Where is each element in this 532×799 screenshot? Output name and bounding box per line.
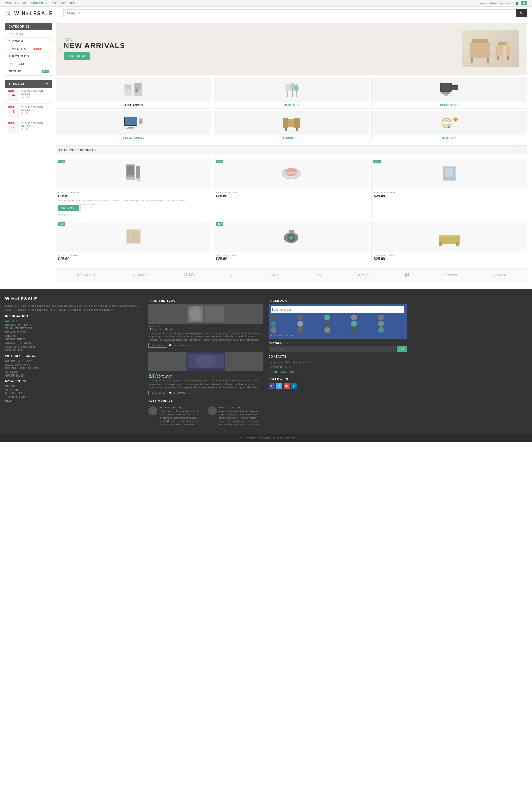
sale-tag: SALE (7, 90, 14, 92)
footer-link-track[interactable]: TRACK MY ORDER (5, 396, 143, 399)
add-to-cart-btn-1[interactable]: ADD TO CART (58, 205, 79, 211)
specials-prev[interactable]: — (42, 82, 46, 85)
brand-ck[interactable]: CK (317, 273, 322, 277)
brand-armani[interactable]: ▲ RMANI (132, 273, 149, 277)
footer-link-shipping[interactable]: SHIPPING & RETURNS (5, 360, 143, 362)
category-jewelry[interactable]: JEWELRY (372, 111, 527, 141)
footer-link-cart[interactable]: VIEW CART (5, 388, 143, 391)
currency-value[interactable]: USD (70, 2, 76, 5)
read-more-btn-1[interactable]: READ MORE (148, 343, 167, 348)
specials-next[interactable]: + (46, 82, 49, 85)
brand-dg[interactable]: D&G (184, 273, 194, 278)
footer-link-about[interactable]: ABOUT US (5, 320, 143, 323)
brand-m[interactable]: M (405, 272, 409, 278)
testimonials-section: TESTIMONIALS 👤 EIUSMOD TEMPOR Lorem ipsu… (148, 399, 263, 426)
footer-link-customer[interactable]: CUSTOMER SERVICE (5, 323, 143, 326)
googleplus-icon[interactable]: g+ (284, 383, 290, 389)
hero-next[interactable]: › (519, 23, 527, 75)
footer-link-sitemap[interactable]: SITE MAP (5, 335, 143, 337)
cart-button[interactable]: 0 (521, 1, 527, 5)
sidebar-item-appliances[interactable]: APPLIANCES › (5, 30, 52, 38)
electronics-image (56, 112, 211, 135)
sidebar-item-furniture[interactable]: FURNITURE › (5, 60, 52, 68)
footer-link-intl[interactable]: INTERNATIONAL SHIPPING (5, 367, 143, 370)
brand-chanel[interactable]: ⊕ CHANEL (76, 273, 96, 277)
wishlist-btn-1[interactable]: ♡ (80, 205, 87, 211)
hero-subtitle: IKEA (64, 37, 125, 42)
footer-link-secure[interactable]: SECURE SHOPPING (5, 363, 143, 366)
linkedin-icon[interactable]: in (291, 383, 298, 389)
special-old-price-1: $27.89 (21, 95, 50, 98)
category-furniture[interactable]: FURNITURE (214, 111, 369, 141)
copyright-text: © 2015 Magento Demo Store. All Rights Re… (236, 437, 296, 439)
brand-element[interactable]: ELEMENT (445, 274, 458, 277)
logo[interactable]: 🛒 W H●LESALE (5, 10, 53, 16)
footer-link-contact[interactable]: CONTACT US (5, 349, 143, 352)
sidebar-item-computers[interactable]: COMPUTERS SALE › (5, 45, 52, 53)
footer-desc: Lorem ipsum dolor sit amet corse ctatur … (5, 304, 143, 312)
product-info-4: EIUSMOD TEMPOR $25.89 (56, 252, 211, 263)
footer-link-orders[interactable]: ORDERS AND RETURNS (5, 345, 143, 348)
jewelry-label: JEWELRY (372, 135, 527, 141)
footer-link-group[interactable]: GROUP SALES (5, 374, 143, 377)
category-electronics[interactable]: ELECTRONICS (56, 111, 211, 141)
sidebar-item-clothing[interactable]: CLOTHING › (5, 38, 52, 45)
hero-prev[interactable]: ‹ (56, 23, 64, 75)
footer-link-template[interactable]: TEMPLATE SETTINGS (5, 327, 143, 330)
svg-point-74 (196, 355, 216, 368)
twitter-icon[interactable]: t (276, 383, 282, 389)
category-clothing[interactable]: CLOTHING (214, 78, 369, 109)
computers-label: COMPUTERS (372, 102, 527, 108)
sidebar-item-electronics[interactable]: ELECTRONICS › (5, 53, 52, 60)
sale-tag: SALE (7, 122, 14, 124)
newsletter-btn[interactable]: GO! (397, 346, 406, 352)
svg-rect-1 (472, 39, 488, 43)
sidebar-item-jewelry[interactable]: JEWELRY NEW (5, 68, 52, 75)
category-appliances[interactable]: APPLIANCES (56, 78, 211, 109)
testimonial-name-1: EIUSMOD TEMPOR (159, 406, 204, 409)
product-rating-1: ★ ★ ★ ★ ★ (56, 213, 211, 218)
jewelry-image (372, 112, 527, 135)
hero-button[interactable]: SHOP NOW! (64, 53, 90, 60)
facebook-icon[interactable]: f (269, 383, 275, 389)
testimonial-1: 👤 EIUSMOD TEMPOR Lorem ipsum dolor sit a… (148, 406, 204, 426)
featured-title: FEATURED PRODUCTS (59, 149, 96, 152)
footer-link-search[interactable]: SEARCH TERMS (5, 338, 143, 341)
search-button[interactable]: 🔍 (516, 9, 527, 17)
featured-prev-btn[interactable]: ‹ (512, 148, 517, 153)
category-computers[interactable]: COMPUTERS (372, 78, 527, 109)
compare-btn-1[interactable]: ✕ (88, 205, 95, 211)
footer-link-privacy[interactable]: PRIVACY POLICY (5, 331, 143, 334)
language-value[interactable]: ENGLISH (32, 2, 43, 5)
special-item-2: SALE 👢 EIUSMOD TEMPOR $25.89 $27.89 (5, 104, 52, 120)
footer-link-affiliates[interactable]: AFFILIATES (5, 370, 143, 374)
svg-rect-67 (456, 242, 459, 246)
svg-rect-27 (444, 94, 448, 96)
featured-next-btn[interactable]: › (518, 148, 524, 153)
search-input[interactable] (63, 9, 516, 17)
footer-link-advanced[interactable]: ADVANCED SEARCH (5, 342, 143, 345)
user-icon[interactable]: 👤 (515, 2, 518, 5)
brand-gucci[interactable]: GUCCI (357, 273, 369, 277)
appliances-label: APPLIANCES (56, 102, 211, 108)
read-more-btn-2[interactable]: READ MORE (148, 391, 167, 395)
product-card-1: NEW Haier EIUSMOD TEMPOR $25.89 Lorem ip… (56, 158, 211, 218)
brand-prada[interactable]: PRADA (493, 273, 506, 277)
categories-title: CATEGORIES (8, 25, 30, 28)
blog-post-2: 04.02.2015 EIUSMOD TEMPOR Lorem ipsum do… (148, 351, 263, 395)
svg-rect-37 (285, 127, 287, 131)
svg-rect-0 (470, 42, 491, 58)
footer-link-help[interactable]: HELP (5, 399, 143, 402)
svg-point-15 (135, 89, 138, 92)
newsletter-input[interactable] (269, 346, 396, 352)
content-area: ‹ IKEA NEW ARRIVALS SHOP NOW! (56, 23, 527, 286)
footer-link-signin[interactable]: SIGN IN (5, 385, 143, 388)
footer-link-wishlist[interactable]: MY WISHLIST (5, 392, 143, 395)
footer-grid: W H●LESALE Lorem ipsum dolor sit amet co… (5, 297, 527, 426)
brand-trussardi[interactable]: © (230, 273, 233, 277)
svg-rect-3 (487, 58, 489, 63)
star-2: ★ (61, 213, 63, 216)
brand-ferre[interactable]: FERRÈ (268, 273, 281, 277)
new-badge: NEW (41, 70, 49, 73)
appliances-image (56, 79, 211, 102)
